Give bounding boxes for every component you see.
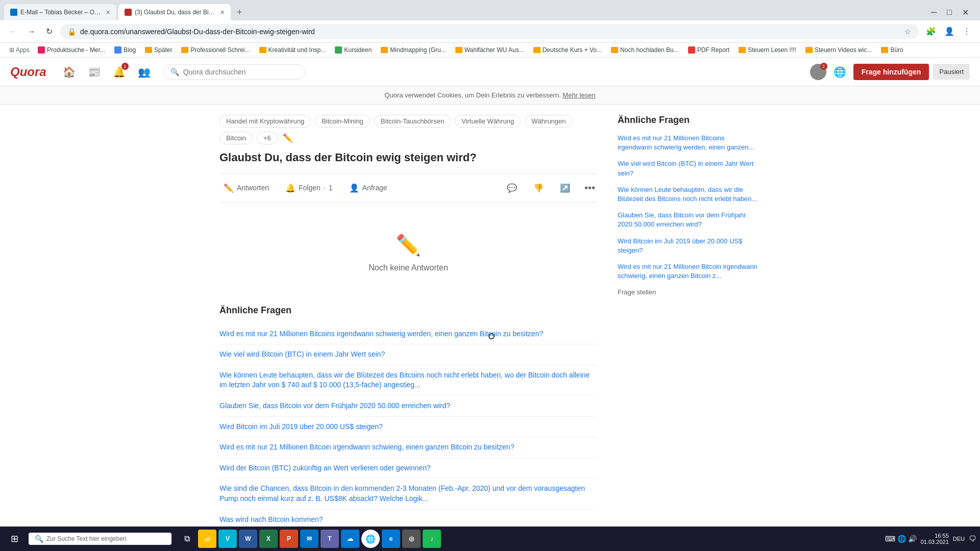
bookmark-label: Produktsuche - Mer...: [47, 46, 105, 54]
quora-logo[interactable]: Quora: [10, 65, 46, 79]
downvote-button[interactable]: 👎: [529, 181, 548, 195]
new-tab-button[interactable]: +: [233, 5, 247, 20]
bookmark-spaeter[interactable]: Später: [141, 45, 176, 55]
taskbar-edge[interactable]: e: [382, 530, 400, 540]
sidebar-link-2[interactable]: Wie viel wird Bitcoin (BTC) in einem Jah…: [618, 159, 761, 178]
sidebar-link-4[interactable]: Glauben Sie, dass Bitcoin vor dem Frühja…: [618, 211, 761, 229]
tab-outlook[interactable]: E-Mail – Tobias Becker – Outlook ×: [4, 4, 116, 20]
tag-waehrungen[interactable]: Währungen: [525, 115, 572, 128]
tag-more[interactable]: +6: [257, 132, 278, 144]
volume-icon[interactable]: 🔊: [908, 535, 917, 540]
sidebar-link-6[interactable]: Wird es mit nur 21 Millionen Bitcoin irg…: [618, 262, 761, 281]
profile-button[interactable]: 👤: [941, 23, 958, 39]
taskbar-mail[interactable]: ✉: [300, 530, 318, 540]
settings-button[interactable]: ⋮: [960, 23, 974, 39]
address-bar[interactable]: 🔒 de.quora.com/unanswered/Glaubst-Du-das…: [60, 24, 919, 39]
taskbar-spotify[interactable]: ♪: [423, 530, 441, 540]
bookmark-kreativitaet[interactable]: Kreativität und Insp...: [255, 45, 330, 55]
clock-time: 16:55: [921, 533, 949, 539]
apps-button[interactable]: ⊞ Apps: [6, 45, 33, 55]
tag-krypto[interactable]: Handel mit Kryptowährung: [219, 115, 311, 128]
taskbar-explorer[interactable]: 📁: [198, 530, 216, 540]
tab-outlook-close[interactable]: ×: [106, 8, 110, 16]
forward-button[interactable]: →: [24, 25, 39, 38]
bookmark-professionell[interactable]: Professionell Schrei...: [177, 45, 254, 55]
avatar-button[interactable]: 2: [810, 64, 826, 80]
tag-tauschboersen[interactable]: Bitcoin-Tauschbörsen: [374, 115, 451, 128]
news-button[interactable]: 📰: [84, 62, 105, 82]
cookie-link[interactable]: Mehr lesen: [562, 91, 595, 99]
bookmark-steuern-videos[interactable]: Steuern Videos wic...: [801, 45, 876, 55]
taskbar-ppt[interactable]: P: [280, 530, 298, 540]
search-input[interactable]: [183, 68, 298, 76]
taskbar-chrome[interactable]: 🌐: [361, 530, 380, 540]
bookmark-folder-icon: [611, 47, 618, 53]
community-button[interactable]: 👥: [134, 62, 155, 82]
start-button[interactable]: ⊞: [4, 529, 24, 540]
tag-edit-button[interactable]: ✏️: [282, 132, 294, 144]
similar-question-link-8[interactable]: Wie sind die Chancen, dass Bitcoin in de…: [219, 484, 585, 503]
network-icon[interactable]: 🌐: [897, 535, 906, 540]
comment-button[interactable]: 💬: [503, 181, 521, 195]
similar-question-link-2[interactable]: Wie viel wird Bitcoin (BTC) in einem Jah…: [219, 350, 385, 358]
follow-button[interactable]: 🔔 Folgen · 1: [281, 181, 337, 195]
bookmark-kursideen[interactable]: Kursideen: [331, 45, 376, 55]
taskbar-time-display[interactable]: 16:55 01.03.2021: [921, 533, 949, 540]
bookmark-folder-icon: [739, 47, 746, 53]
tab-quora[interactable]: (3) Glaubst Du, dass der Bitcoin... ×: [118, 4, 231, 20]
bookmark-folder-icon: [145, 47, 152, 53]
minimize-button[interactable]: ─: [928, 6, 940, 19]
tag-bitcoin[interactable]: Bitcoin: [219, 132, 253, 144]
search-box[interactable]: 🔍: [163, 64, 306, 80]
bookmark-deutsche-kurs[interactable]: Deutsche Kurs + Vo...: [529, 45, 606, 55]
similar-question-link-3[interactable]: Wie können Leute behaupten, dass wir die…: [219, 371, 590, 389]
tag-virtuelle[interactable]: Virtuelle Währung: [455, 115, 521, 128]
similar-question-link-4[interactable]: Glauben Sie, dass Bitcoin vor dem Frühja…: [219, 402, 450, 410]
taskbar-vda[interactable]: V: [218, 530, 237, 540]
close-button[interactable]: ✕: [959, 6, 972, 19]
similar-question-link-6[interactable]: Wird es mit nur 21 Millionen Bitcoin irg…: [219, 443, 514, 451]
bookmark-mindmapping[interactable]: Mindmapping (Gru...: [377, 45, 450, 55]
bookmark-pdf[interactable]: PDF Report: [684, 45, 733, 55]
extensions-button[interactable]: 🧩: [923, 23, 939, 39]
taskbar-teams[interactable]: T: [321, 530, 339, 540]
sidebar-link-3[interactable]: Wie können Leute behaupten, dass wir die…: [618, 185, 761, 204]
tab-quora-close[interactable]: ×: [220, 8, 225, 16]
bookmark-produktsuche[interactable]: Produktsuche - Mer...: [34, 45, 109, 55]
notification-center-icon[interactable]: 🗨: [969, 535, 976, 540]
bookmark-wahlfaecher[interactable]: Wahlfächer WU Aus...: [451, 45, 528, 55]
similar-question-link-7[interactable]: Wird der Bitcoin (BTC) zukünftig an Wert…: [219, 464, 431, 472]
add-question-button[interactable]: Frage hinzufügen: [853, 64, 929, 80]
language-button[interactable]: 🌐: [830, 63, 849, 81]
explorer-icon: 📁: [204, 535, 211, 540]
taskbar-task-view[interactable]: ⧉: [178, 530, 196, 540]
home-button[interactable]: 🏠: [59, 62, 80, 82]
star-icon[interactable]: ☆: [904, 28, 911, 36]
similar-question-link-5[interactable]: Wird Bitcoin im Juli 2019 über 20.000 US…: [219, 422, 383, 431]
taskbar-onedrive[interactable]: ☁: [341, 530, 359, 540]
frage-stellen-link[interactable]: Frage stellen: [618, 288, 656, 296]
sidebar-link-1[interactable]: Wird es mit nur 21 Millionen Bitcoins ir…: [618, 134, 761, 152]
back-button[interactable]: ←: [6, 25, 20, 38]
notifications-button[interactable]: 🔔 1: [109, 62, 130, 82]
more-options-button[interactable]: •••: [582, 180, 597, 196]
tag-mining[interactable]: Bitcoin-Mining: [315, 115, 370, 128]
bookmark-steuern-lesen[interactable]: Steuern Lesen !!!!: [734, 45, 800, 55]
taskbar-word[interactable]: W: [239, 530, 257, 540]
answer-button[interactable]: ✏️ Antworten: [219, 181, 273, 195]
similar-question-link-9[interactable]: Was wird nach Bitcoin kommen?: [219, 515, 323, 523]
bookmark-blog[interactable]: Blog: [110, 45, 140, 55]
keyboard-icon[interactable]: ⌨: [885, 535, 895, 540]
bookmark-buero[interactable]: Büro: [877, 45, 907, 55]
sidebar-link-5[interactable]: Wird Bitcoin im Juli 2019 über 20.000 US…: [618, 237, 761, 255]
bookmark-hochladen[interactable]: Noch hochladen Bu...: [607, 45, 683, 55]
similar-question-link-1[interactable]: Wird es mit nur 21 Millionen Bitcoins ir…: [219, 330, 543, 338]
paused-button[interactable]: Pausiert: [933, 64, 970, 80]
taskbar-excel[interactable]: X: [259, 530, 278, 540]
share-button[interactable]: ↗️: [556, 181, 574, 195]
taskbar-app-green[interactable]: ◎: [402, 530, 421, 540]
maximize-button[interactable]: □: [944, 6, 955, 19]
taskbar-search-box[interactable]: 🔍 Zur Suche Text hier eingeben: [29, 533, 172, 540]
request-button[interactable]: 👤 Anfrage: [345, 181, 391, 195]
reload-button[interactable]: ↻: [43, 24, 56, 38]
